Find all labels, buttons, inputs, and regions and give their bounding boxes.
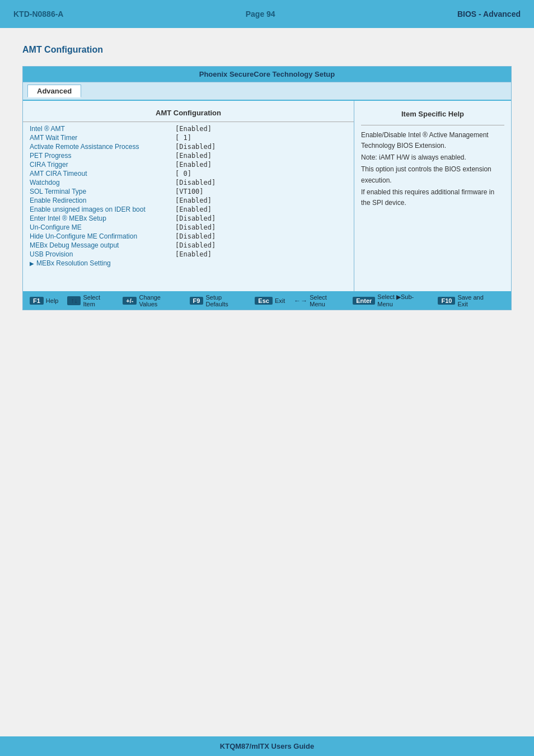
config-row-value: [Disabled]: [175, 232, 216, 240]
config-row-label: Un-Configure ME: [30, 223, 175, 231]
config-row-label: Watchdog: [30, 179, 175, 186]
config-row[interactable]: MEBx Debug Message output[Disabled]: [23, 241, 354, 250]
bios-tab-bar: Advanced: [23, 82, 511, 101]
config-row-label: MEBx Resolution Setting: [30, 259, 175, 267]
config-row[interactable]: Activate Remote Assistance Process[Disab…: [23, 142, 354, 151]
config-row-value: [Disabled]: [175, 241, 216, 249]
config-row[interactable]: AMT CIRA Timeout[ 0]: [23, 169, 354, 178]
help-text-line: If enabled this requires additional firm…: [361, 187, 504, 208]
config-row-value: [Enabled]: [175, 206, 212, 213]
config-row-label: Intel ® AMT: [30, 125, 175, 133]
config-row-value: [ 0]: [175, 170, 191, 178]
footer-lr-arrows: ←→ Select Menu: [294, 294, 344, 307]
config-row-label: AMT Wait Timer: [30, 134, 175, 142]
footer-f1: F1 Help: [30, 297, 58, 305]
footer-key-f1: F1: [30, 297, 44, 305]
config-row-value: [Disabled]: [175, 214, 216, 222]
footer-plus-minus: +/- Change Values: [123, 294, 180, 307]
footer-key-esc: Esc: [255, 297, 273, 305]
bios-panel: Phoenix SecureCore Technology Setup Adva…: [22, 66, 512, 310]
config-row-label: Enter Intel ® MEBx Setup: [30, 214, 175, 222]
header-center: Page 94: [246, 10, 275, 18]
config-header: AMT Configuration: [23, 106, 354, 122]
config-row-value: [Enabled]: [175, 161, 212, 169]
config-row[interactable]: Hide Un-Configure ME Confirmation[Disabl…: [23, 232, 354, 241]
config-row-value: [Disabled]: [175, 143, 216, 151]
config-row-label: PET Progress: [30, 152, 175, 160]
config-row-label: Hide Un-Configure ME Confirmation: [30, 232, 175, 240]
help-text-line: Enable/Disable Intel ® Active Management…: [361, 130, 504, 151]
header-right: BIOS - Advanced: [457, 10, 521, 18]
config-row[interactable]: Enable unsigned images on IDER boot[Enab…: [23, 205, 354, 214]
bios-title-bar: Phoenix SecureCore Technology Setup: [23, 67, 511, 82]
bios-footer: F1 Help ↑↓ Select Item +/- Change Values…: [23, 291, 511, 310]
tab-advanced[interactable]: Advanced: [27, 85, 81, 97]
footer-key-plusminus: +/-: [123, 297, 137, 305]
section-title: AMT Configuration: [22, 45, 512, 55]
help-text: Enable/Disable Intel ® Active Management…: [361, 130, 504, 208]
footer-lr-arrow-icon: ←→: [294, 297, 307, 305]
config-row-value: [Enabled]: [175, 125, 212, 133]
config-row-label: Enable unsigned images on IDER boot: [30, 206, 175, 213]
config-row[interactable]: Enter Intel ® MEBx Setup[Disabled]: [23, 214, 354, 223]
config-row-label: CIRA Trigger: [30, 161, 175, 169]
footer-f9: F9 Setup Defaults: [190, 294, 246, 307]
config-row-value: [ 1]: [175, 134, 191, 142]
config-panel: AMT Configuration Intel ® AMT[Enabled]AM…: [23, 101, 354, 291]
config-row-label: USB Provision: [30, 250, 175, 258]
footer-arrows: ↑↓ Select Item: [67, 294, 114, 307]
config-row[interactable]: SOL Terminal Type[VT100]: [23, 187, 354, 196]
footer-enter: Enter Select ▶Sub-Menu: [353, 293, 429, 307]
config-row[interactable]: Watchdog[Disabled]: [23, 178, 354, 187]
config-row-value: [Enabled]: [175, 197, 212, 204]
config-row-value: [VT100]: [175, 188, 204, 195]
config-row-value: [Enabled]: [175, 250, 212, 258]
bios-main: AMT Configuration Intel ® AMT[Enabled]AM…: [23, 101, 511, 291]
config-row-label: AMT CIRA Timeout: [30, 170, 175, 178]
config-row-label: SOL Terminal Type: [30, 188, 175, 195]
help-text-line: Note: iAMT H/W is always enabled.: [361, 152, 504, 163]
config-row-value: [Disabled]: [175, 223, 216, 231]
config-row[interactable]: AMT Wait Timer[ 1]: [23, 133, 354, 142]
config-row-label: Activate Remote Assistance Process: [30, 143, 175, 151]
config-row[interactable]: PET Progress[Enabled]: [23, 151, 354, 160]
page-footer: KTQM87/mITX Users Guide: [0, 736, 534, 756]
help-text-line: This option just controls the BIOS exten…: [361, 164, 504, 185]
header-left: KTD-N0886-A: [13, 10, 63, 18]
help-header: Item Specific Help: [361, 106, 504, 125]
config-row[interactable]: CIRA Trigger[Enabled]: [23, 160, 354, 169]
footer-key-f10: F10: [438, 297, 455, 305]
config-row-label: Enable Redirection: [30, 197, 175, 204]
config-row[interactable]: MEBx Resolution Setting: [23, 259, 354, 268]
config-row[interactable]: Un-Configure ME[Disabled]: [23, 223, 354, 232]
footer-key-enter: Enter: [353, 297, 375, 305]
footer-f10: F10 Save and Exit: [438, 294, 495, 307]
footer-esc: Esc Exit: [255, 297, 285, 305]
config-row[interactable]: Enable Redirection[Enabled]: [23, 196, 354, 205]
config-row-value: [Enabled]: [175, 152, 212, 160]
config-row-value: [Disabled]: [175, 179, 216, 186]
config-rows: Intel ® AMT[Enabled]AMT Wait Timer[ 1]Ac…: [23, 124, 354, 268]
config-row[interactable]: USB Provision[Enabled]: [23, 250, 354, 259]
config-row-label: MEBx Debug Message output: [30, 241, 175, 249]
help-panel: Item Specific Help Enable/Disable Intel …: [354, 101, 511, 291]
header-bar: KTD-N0886-A Page 94 BIOS - Advanced: [0, 0, 534, 28]
footer-key-f9: F9: [190, 297, 204, 305]
config-row[interactable]: Intel ® AMT[Enabled]: [23, 124, 354, 133]
footer-key-arrows: ↑↓: [67, 296, 81, 305]
page-content: AMT Configuration Phoenix SecureCore Tec…: [0, 28, 534, 327]
